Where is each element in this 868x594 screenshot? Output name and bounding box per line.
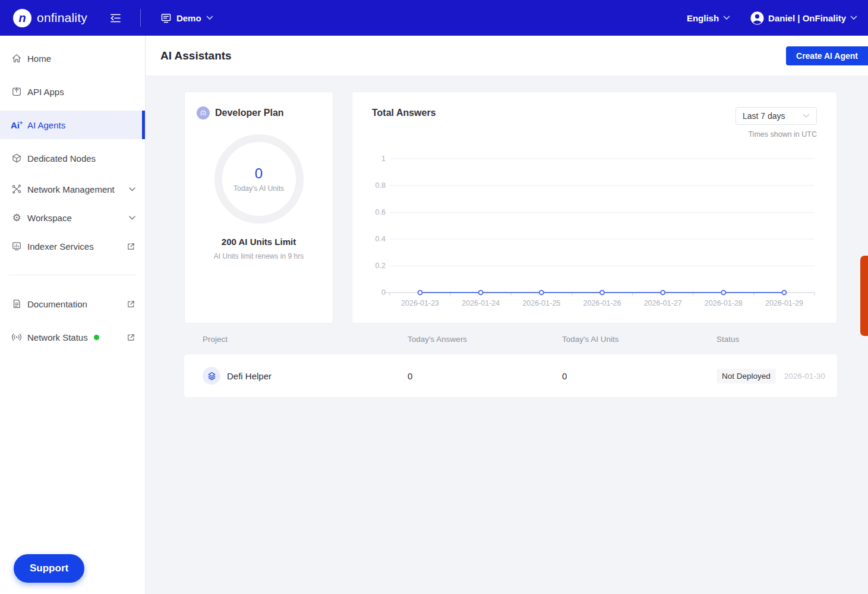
sidebar-item-label: API Apps: [27, 87, 135, 97]
language-label: English: [687, 13, 719, 23]
status-date: 2026-01-30: [784, 372, 825, 381]
col-project: Project: [203, 335, 408, 344]
user-name: Daniel | OnFinality: [768, 13, 846, 23]
col-status: Status: [717, 335, 837, 344]
sidebar: Home API Apps Ai+ AI Agents Dedicated No…: [0, 36, 146, 594]
avatar: [750, 11, 764, 25]
sidebar-item-label: Workspace: [27, 213, 129, 223]
create-ai-agent-button[interactable]: Create AI Agent: [786, 46, 868, 65]
project-name: Defi Helper: [227, 371, 272, 381]
sidebar-item-label: Indexer Services: [27, 241, 127, 252]
todays-ai-units-value: 0: [562, 371, 717, 381]
monitor-chart-icon: [11, 241, 22, 252]
chart-title: Total Answers: [372, 108, 436, 118]
svg-text:2026-01-27: 2026-01-27: [644, 299, 682, 307]
svg-text:0.4: 0.4: [375, 235, 386, 243]
ai-units-renews: AI Units limit renews in 9 hrs: [197, 252, 321, 260]
sidebar-item-ai-agents[interactable]: Ai+ AI Agents: [0, 111, 145, 139]
svg-text:2026-01-29: 2026-01-29: [765, 299, 803, 307]
sidebar-item-network-status[interactable]: Network Status: [0, 323, 145, 351]
page-title: AI Assistants: [160, 49, 232, 62]
support-button[interactable]: Support: [14, 554, 84, 583]
sidebar-item-home[interactable]: Home: [0, 44, 145, 73]
sidebar-item-network-management[interactable]: Network Management: [0, 175, 145, 203]
table-header-row: Project Today's Answers Today's AI Units…: [184, 323, 837, 354]
chevron-down-icon: [206, 15, 213, 20]
svg-text:2026-01-26: 2026-01-26: [583, 299, 621, 307]
sidebar-item-label: Network Status: [27, 332, 88, 342]
brand-name: onfinality: [37, 11, 87, 25]
page-content: Developer Plan 0 Today's AI Units 200 AI…: [146, 76, 868, 397]
date-range-value: Last 7 days: [743, 111, 785, 121]
cube-icon: [11, 153, 22, 164]
logo-letter: n: [18, 11, 26, 25]
gear-icon: ⚙: [11, 212, 22, 223]
broadcast-icon: [11, 332, 22, 342]
svg-text:2026-01-24: 2026-01-24: [462, 299, 500, 307]
svg-text:2026-01-25: 2026-01-25: [522, 299, 560, 307]
workspace-switcher[interactable]: Demo: [160, 12, 213, 24]
external-link-icon: [127, 333, 135, 342]
col-todays-answers: Today's Answers: [408, 335, 562, 344]
plan-card: Developer Plan 0 Today's AI Units 200 AI…: [184, 92, 333, 323]
ai-agents-icon: Ai+: [11, 120, 22, 130]
todays-ai-units-value: 0: [255, 165, 263, 182]
chevron-down-icon: [129, 216, 135, 220]
external-link-icon: [127, 300, 135, 309]
chevron-down-icon: [723, 15, 730, 20]
navbar-right: English Daniel | OnFinality: [687, 11, 868, 25]
onfinality-logo-icon: n: [13, 9, 31, 27]
svg-text:0.6: 0.6: [375, 208, 386, 216]
plan-icon: [197, 106, 210, 120]
chevron-down-icon: [803, 114, 810, 118]
language-selector[interactable]: English: [687, 13, 730, 23]
network-icon: [11, 184, 22, 194]
svg-text:0.8: 0.8: [375, 181, 386, 190]
sidebar-item-api-apps[interactable]: API Apps: [0, 77, 145, 106]
svg-text:2026-01-23: 2026-01-23: [401, 299, 439, 307]
svg-text:1: 1: [381, 155, 386, 163]
col-todays-ai-units: Today's AI Units: [562, 335, 717, 344]
project-avatar: [203, 367, 220, 385]
date-range-select[interactable]: Last 7 days: [736, 107, 817, 125]
sidebar-item-label: Network Management: [27, 184, 129, 194]
total-answers-chart: 00.20.40.60.812026-01-232026-01-242026-0…: [352, 152, 838, 309]
total-answers-card: Total Answers Last 7 days Times shown in…: [352, 92, 837, 323]
svg-text:2026-01-28: 2026-01-28: [705, 299, 743, 307]
sidebar-item-documentation[interactable]: Documentation: [0, 290, 145, 318]
timezone-note: Times shown in UTC: [748, 130, 817, 139]
workspace-name: Demo: [176, 13, 201, 23]
todays-answers-value: 0: [408, 371, 562, 381]
external-link-icon: [127, 242, 135, 251]
status-badge: Not Deployed: [717, 369, 776, 384]
sidebar-divider: [9, 275, 136, 275]
sidebar-item-label: Dedicated Nodes: [27, 153, 135, 164]
table-row[interactable]: Defi Helper 0 0 Not Deployed 2026-01-30: [184, 354, 837, 397]
svg-text:0: 0: [381, 288, 386, 297]
document-icon: [11, 298, 22, 309]
main-area: AI Assistants Create AI Agent Developer …: [146, 36, 868, 594]
sidebar-item-dedicated-nodes[interactable]: Dedicated Nodes: [0, 144, 145, 172]
sidebar-item-indexer-services[interactable]: Indexer Services: [0, 232, 145, 260]
home-icon: [11, 53, 22, 64]
sidebar-item-label: AI Agents: [27, 120, 135, 130]
user-menu[interactable]: Daniel | OnFinality: [750, 11, 857, 25]
api-apps-icon: [11, 86, 22, 97]
navbar-divider: [140, 9, 141, 27]
chevron-down-icon: [129, 187, 135, 191]
ai-units-limit: 200 AI Units Limit: [197, 237, 321, 247]
network-status-dot: [94, 335, 99, 340]
plan-title: Developer Plan: [215, 108, 284, 118]
todays-ai-units-label: Today's AI Units: [233, 184, 284, 193]
feedback-tab[interactable]: [860, 256, 868, 336]
sidebar-item-label: Documentation: [27, 299, 127, 309]
menu-fold-icon[interactable]: [110, 12, 121, 24]
layers-icon: [207, 371, 217, 381]
chevron-down-icon: [850, 15, 857, 20]
ai-units-donut: 0 Today's AI Units: [214, 134, 304, 224]
sidebar-item-workspace[interactable]: ⚙ Workspace: [0, 203, 145, 232]
projects-table: Project Today's Answers Today's AI Units…: [184, 323, 837, 397]
page-header: AI Assistants Create AI Agent: [146, 36, 868, 76]
sidebar-item-label: Home: [27, 54, 135, 64]
brand-logo[interactable]: n onfinality: [0, 9, 87, 27]
